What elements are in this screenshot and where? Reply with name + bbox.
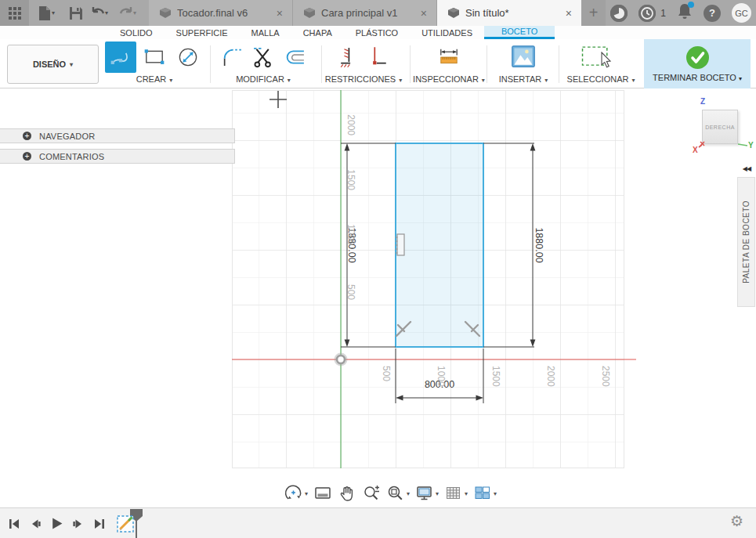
document-tab-2[interactable]: Cara principal v1 ×: [293, 0, 437, 26]
new-document-button[interactable]: +: [581, 0, 606, 26]
vertical-constraint-button[interactable]: [332, 42, 360, 73]
line-tool-button[interactable]: [105, 42, 136, 73]
grid-caret[interactable]: ▾: [465, 490, 468, 497]
create-group-label[interactable]: CREAR▾: [105, 74, 204, 84]
view-cube[interactable]: Z DERECHA Y X: [693, 97, 756, 157]
document-tab-label: Sin título*: [465, 7, 564, 19]
x-axis-label: 500: [381, 366, 392, 381]
close-icon[interactable]: ×: [275, 7, 284, 20]
document-tab-label: Tocador.final v6: [177, 7, 275, 19]
image-icon: [509, 45, 537, 70]
circle-diameter-tool-icon: [175, 44, 201, 70]
insert-caret: ▾: [544, 77, 548, 84]
x-axis-label: 1000: [436, 366, 447, 387]
viewports-icon: [473, 484, 492, 503]
play-button[interactable]: [50, 517, 63, 530]
canvas-area[interactable]: 1880.00 1880.00 800.00 2000 1500 1000 50…: [0, 88, 756, 507]
design-caret: ▾: [70, 61, 73, 68]
avatar[interactable]: GC: [732, 3, 751, 23]
look-at-button[interactable]: [313, 484, 332, 503]
viewports-caret[interactable]: ▾: [494, 490, 497, 497]
navigation-toolbar: ▾ ▾: [284, 482, 497, 504]
finish-sketch-button[interactable]: TERMINAR BOCETO▾: [644, 39, 751, 88]
navigator-panel-header[interactable]: + NAVEGADOR: [0, 128, 235, 143]
select-group-label[interactable]: SELECCIONAR▾: [554, 74, 648, 84]
undo-caret[interactable]: ▾: [105, 9, 108, 16]
tab-chapa[interactable]: CHAPA: [291, 26, 344, 39]
titlebar-right-icons: 1 ? GC: [610, 0, 751, 26]
help-button[interactable]: ?: [704, 5, 721, 22]
gear-icon[interactable]: ⚙: [730, 514, 743, 529]
sketch-rectangle[interactable]: [396, 143, 483, 347]
tab-malla[interactable]: MALLA: [240, 26, 291, 39]
app-launcher-button[interactable]: [0, 0, 29, 26]
document-tab-1[interactable]: Tocador.final v6 ×: [149, 0, 293, 26]
close-icon[interactable]: ×: [419, 7, 429, 20]
skip-to-end-button[interactable]: [93, 518, 106, 530]
fillet-tool-button[interactable]: [216, 42, 248, 73]
offset-tool-button[interactable]: [279, 42, 310, 73]
sketch-palette-strip[interactable]: PALETA DE BOCETO: [737, 177, 755, 307]
measure-icon: [436, 44, 462, 70]
constraints-group-label[interactable]: RESTRICCIONES▾: [317, 74, 411, 84]
zoom-button[interactable]: [362, 484, 381, 503]
job-count: 1: [660, 8, 666, 19]
job-status[interactable]: 1: [638, 5, 666, 22]
document-tab-label: Cara principal v1: [321, 7, 419, 19]
fit-button[interactable]: ▾: [386, 484, 410, 503]
orbit-button[interactable]: ▾: [284, 484, 308, 503]
sketch-canvas[interactable]: 1880.00 1880.00 800.00 2000 1500 1000 50…: [232, 88, 639, 470]
rectangle-tool-icon: [141, 44, 168, 70]
close-icon[interactable]: ×: [564, 7, 573, 20]
skip-to-start-button[interactable]: [8, 518, 20, 530]
document-tab-active[interactable]: Sin título* ×: [437, 0, 581, 26]
orbit-caret[interactable]: ▾: [305, 490, 308, 497]
tab-utilidades[interactable]: UTILIDADES: [410, 26, 484, 39]
insert-image-button[interactable]: [508, 43, 539, 71]
tab-plastico[interactable]: PLÁSTICO: [344, 26, 410, 39]
zoom-icon: [362, 484, 381, 503]
circle-tool-button[interactable]: [172, 42, 204, 73]
rectangle-tool-button[interactable]: [139, 42, 170, 73]
app-grid-icon: [9, 7, 21, 20]
select-caret: ▾: [631, 77, 635, 84]
tab-superficie[interactable]: SUPERFICIE: [165, 26, 240, 39]
file-icon: [38, 6, 51, 20]
tab-boceto[interactable]: BOCETO: [484, 26, 555, 39]
pan-button[interactable]: [338, 484, 356, 503]
design-workspace-button[interactable]: DISEÑO ▾: [7, 45, 99, 84]
trim-tool-button[interactable]: [248, 42, 279, 73]
step-forward-button[interactable]: [72, 518, 85, 530]
x-axis-label: 2500: [600, 366, 611, 387]
modify-group-label[interactable]: MODIFICAR▾: [216, 74, 310, 84]
origin-point[interactable]: [335, 353, 348, 366]
cursor-arrow-icon: [600, 52, 613, 69]
viewports-button[interactable]: ▾: [473, 484, 497, 503]
step-back-button[interactable]: [29, 518, 42, 530]
clock-icon: [638, 5, 656, 22]
measure-tool-button[interactable]: [433, 42, 465, 73]
palette-collapse-button[interactable]: ◀◀: [737, 161, 756, 175]
display-settings-button[interactable]: ▾: [415, 484, 439, 503]
fix-constraint-button[interactable]: [362, 42, 390, 73]
fit-caret[interactable]: ▾: [407, 490, 410, 497]
extensions-icon[interactable]: [610, 5, 628, 22]
grid-settings-button[interactable]: ▾: [444, 484, 468, 503]
save-button[interactable]: [66, 3, 86, 23]
redo-caret[interactable]: ▾: [133, 9, 136, 16]
dimension-height-right[interactable]: 1880.00: [534, 227, 544, 262]
sketch-palette-label: PALETA DE BOCETO: [742, 200, 751, 283]
expand-plus-icon[interactable]: +: [23, 152, 31, 161]
file-menu-caret[interactable]: ▾: [52, 9, 55, 16]
ribbon-tab-row: SOLIDO SUPERFICIE MALLA CHAPA PLÁSTICO U…: [0, 26, 756, 39]
document-cube-icon: [304, 8, 315, 18]
sketch-feature-icon[interactable]: [118, 516, 133, 532]
notifications-button[interactable]: [677, 3, 693, 23]
comments-panel-header[interactable]: + COMENTARIOS: [0, 149, 235, 164]
timeline-track: [114, 508, 149, 538]
look-at-icon: [313, 484, 332, 503]
notification-dot: [688, 2, 694, 8]
expand-plus-icon[interactable]: +: [23, 132, 31, 140]
tab-solido[interactable]: SOLIDO: [108, 26, 165, 39]
display-caret[interactable]: ▾: [436, 490, 439, 497]
